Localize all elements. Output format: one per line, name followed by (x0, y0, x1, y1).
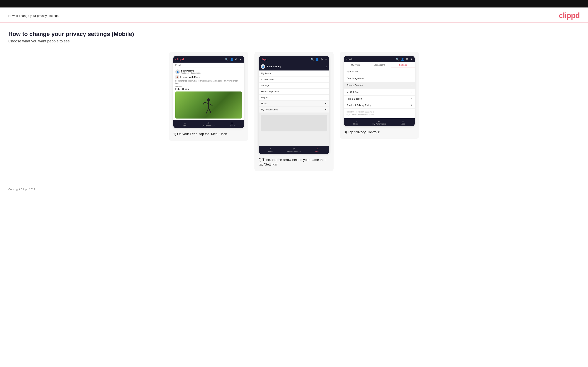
setting-privacy-controls[interactable]: Privacy Controls › (344, 82, 415, 89)
phone1-user-row: 👤 Blair McHarg Yesterday · Sunningdale (175, 69, 242, 74)
phone1-nav-performance-label: My Performance (202, 125, 216, 127)
step-1-card: clippd 🔍 👤 ⚙ ▼ Feed 👤 Blair McHar (169, 52, 248, 141)
phone3-icons: 🔍 👤 ⚙ ▼ (396, 58, 413, 61)
phone3-nav-menu[interactable]: ☰ Menu (391, 120, 415, 125)
tab-my-profile[interactable]: My Profile (344, 62, 367, 68)
phone1-nav-performance[interactable]: ✏ My Performance (197, 121, 220, 127)
profile-icon-2[interactable]: 👤 (315, 58, 319, 61)
chevron-down-icon: ▼ (239, 58, 242, 61)
phone2-icons: 🔍 👤 ⚙ ▼ (311, 58, 327, 61)
step-1-caption: 1) On your Feed, tap the 'Menu' icon. (173, 132, 244, 136)
phone2-nav-performance-label: My Performance (287, 150, 301, 153)
phone1-icons: 🔍 👤 ⚙ ▼ (225, 58, 242, 61)
step-2-caption: 2) Then, tap the arrow next to your name… (259, 158, 329, 167)
menu-item-logout[interactable]: Logout (259, 95, 329, 101)
setting-data-integrations[interactable]: Data Integrations › (344, 75, 415, 82)
chevron-down-icon-3: ▼ (410, 58, 413, 61)
phone3-topbar: < Back 🔍 👤 ⚙ ▼ (344, 56, 415, 62)
phone-1-mockup: clippd 🔍 👤 ⚙ ▼ Feed 👤 Blair McHar (173, 56, 244, 128)
phone2-topbar: clippd 🔍 👤 ⚙ ▼ (259, 56, 329, 63)
phone2-avatar: 👤 (261, 64, 265, 69)
server-version: GQL Server Version: 2022.7.30-1 (346, 114, 412, 117)
main-content: How to change your privacy settings (Mob… (0, 23, 588, 184)
svg-line-5 (206, 108, 209, 113)
chevron-down-performance: ▼ (325, 108, 327, 111)
performance-icon-2: ✏ (282, 147, 306, 150)
menu-item-home-section[interactable]: Home ▼ (259, 101, 329, 107)
profile-icon-3[interactable]: 👤 (401, 58, 404, 61)
avatar: 👤 (175, 69, 180, 74)
phone-3-mockup: < Back 🔍 👤 ⚙ ▼ My Profile Connections (344, 56, 415, 126)
settings-icon-3[interactable]: ⚙ (406, 58, 408, 61)
svg-line-2 (205, 102, 209, 104)
menu-item-help-support[interactable]: Help & Support ⧉ (259, 89, 329, 95)
phone1-username: Blair McHarg (181, 70, 201, 72)
chevron-right-icon-2: › (411, 77, 412, 80)
chevron-right-icon-4: › (411, 91, 412, 93)
svg-line-4 (209, 104, 212, 106)
expand-icon[interactable]: ▲ (325, 65, 327, 68)
phone2-nav-performance[interactable]: ✏ My Performance (282, 147, 306, 153)
phone1-feed-label: Feed (173, 63, 244, 68)
phone3-nav-performance[interactable]: ✏ My Performance (367, 120, 391, 125)
setting-my-golf-bag[interactable]: My Golf Bag › (344, 89, 415, 96)
phone1-nav-menu[interactable]: ☰ Menu (221, 121, 244, 127)
step-3-card: < Back 🔍 👤 ⚙ ▼ My Profile Connections (340, 52, 419, 139)
svg-line-6 (209, 108, 211, 113)
external-link-icon: ⧉ (277, 91, 279, 92)
setting-service-privacy[interactable]: Service & Privacy Policy ⧉ (344, 102, 415, 108)
phone2-nav-home[interactable]: ⌂ Home (259, 147, 282, 153)
phone-2-mockup: clippd 🔍 👤 ⚙ ▼ 👤 Blair McHarg ▲ (259, 56, 329, 154)
menu-item-settings[interactable]: Settings (259, 83, 329, 89)
settings-icon-2[interactable]: ⚙ (320, 58, 323, 61)
steps-container: clippd 🔍 👤 ⚙ ▼ Feed 👤 Blair McHar (8, 52, 580, 171)
phone3-nav-home[interactable]: ⌂ Home (344, 120, 367, 125)
phone2-username: Blair McHarg (267, 65, 281, 68)
performance-icon-3: ✏ (367, 120, 391, 123)
phone1-topbar: clippd 🔍 👤 ⚙ ▼ (173, 56, 244, 63)
settings-icon[interactable]: ⚙ (235, 58, 238, 61)
logo: clippd (559, 11, 580, 20)
phone1-nav-menu-label: Menu (230, 125, 235, 127)
lesson-icon: 🏈 (175, 75, 179, 79)
phone2-nav-close[interactable]: ✕ Menu (306, 147, 329, 153)
svg-point-0 (207, 98, 210, 101)
setting-my-account[interactable]: My Account › (344, 68, 415, 75)
phone2-user-header[interactable]: 👤 Blair McHarg ▲ (259, 63, 329, 70)
top-bar (0, 0, 588, 8)
header: How to change your privacy settings clip… (0, 8, 588, 23)
step-3-caption: 3) Tap 'Privacy Controls'. (344, 130, 415, 134)
phone3-tabs: My Profile Connections Settings (344, 62, 415, 68)
profile-icon[interactable]: 👤 (230, 58, 233, 61)
menu-item-performance-section[interactable]: My Performance ▼ (259, 107, 329, 113)
phone1-nav-home[interactable]: ⌂ Home (173, 121, 197, 127)
phone1-golf-image (175, 92, 242, 118)
search-icon-3[interactable]: 🔍 (396, 58, 399, 61)
search-icon-2[interactable]: 🔍 (311, 58, 314, 61)
phone1-post: 👤 Blair McHarg Yesterday · Sunningdale 🏈… (173, 68, 244, 120)
chevron-down-icon-2: ▼ (325, 58, 327, 61)
client-version: Clippd Client Version: 2022.8.3-3 (346, 111, 412, 114)
golfer-silhouette (202, 98, 215, 117)
menu-item-my-profile[interactable]: My Profile (259, 70, 329, 76)
phone1-nav-home-label: Home (183, 125, 188, 127)
external-link-icon-2: ⧉ (411, 98, 412, 100)
page-subheading: Choose what you want people to see (8, 39, 580, 43)
setting-help-support[interactable]: Help & Support ⧉ (344, 96, 415, 102)
phone2-user-info: 👤 Blair McHarg (261, 64, 281, 69)
phone2-bottom-nav: ⌂ Home ✏ My Performance ✕ Menu (259, 146, 329, 154)
search-icon[interactable]: 🔍 (225, 58, 228, 61)
phone1-location: Yesterday · Sunningdale (181, 72, 201, 74)
tab-connections[interactable]: Connections (367, 62, 391, 68)
tab-settings[interactable]: Settings (391, 62, 415, 68)
back-button[interactable]: < Back (346, 58, 353, 60)
menu-item-connections[interactable]: Connections (259, 76, 329, 83)
phone1-duration-label: Duration (175, 85, 242, 88)
phone3-settings-list: My Account › Data Integrations › Privacy… (344, 68, 415, 108)
external-link-icon-3: ⧉ (411, 104, 412, 106)
phone1-lesson-desc: Looking to feel like my hands are exitin… (175, 80, 242, 85)
chevron-right-icon-3: › (411, 84, 412, 87)
menu-icon: ☰ (221, 121, 244, 125)
menu-icon-3: ☰ (391, 120, 415, 123)
header-title: How to change your privacy settings (8, 14, 59, 17)
